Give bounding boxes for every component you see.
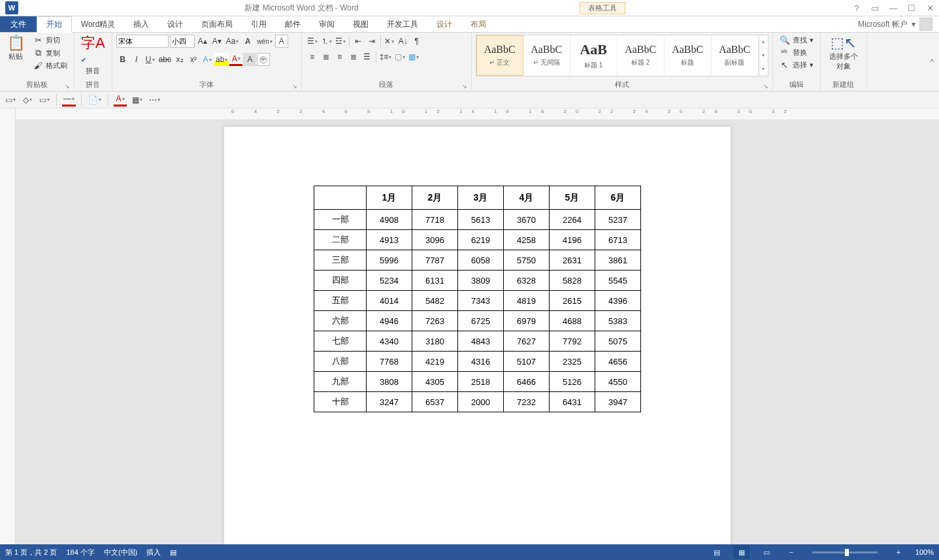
group-label-clipboard: 剪贴板 [26, 80, 48, 88]
paragraph-launcher-icon[interactable]: ↘ [462, 83, 467, 90]
align-right-button[interactable]: ≡ [333, 50, 346, 63]
gallery-down-icon[interactable]: ▾ [759, 49, 768, 63]
tab-design[interactable]: 设计 [158, 16, 192, 32]
tab-table-design[interactable]: 设计 [427, 16, 461, 32]
qat-object-button[interactable]: ▭ [38, 93, 51, 107]
shrink-font-button[interactable]: A▾ [210, 35, 223, 48]
tab-wordgenie[interactable]: Word精灵 [72, 16, 124, 32]
qat-line-color-button[interactable]: — [62, 93, 76, 107]
style-item-0[interactable]: AaBbC↵ 正文 [476, 35, 523, 76]
font-color-button[interactable]: A [229, 53, 242, 66]
account-label: Microsoft 帐户 [858, 19, 908, 30]
font-name-input[interactable] [116, 35, 169, 48]
phonetic-guide-button[interactable]: wén [255, 35, 273, 48]
group-newgroup: ⬚↖ 选择多个对象 新建组 [821, 33, 867, 91]
style-name: ↵ 无间隔 [533, 58, 560, 67]
format-painter-button[interactable]: 🖌格式刷 [30, 60, 70, 71]
replace-button[interactable]: ᵃᵇ替换 [777, 47, 816, 58]
style-preview: AaB [580, 41, 607, 58]
distribute-button[interactable]: ☰ [361, 50, 374, 63]
qat-font-color-button[interactable]: A [114, 93, 127, 107]
sort-button[interactable]: A↓ [397, 35, 410, 48]
align-left-button[interactable]: ≡ [306, 50, 319, 63]
qat-textbox-button[interactable]: ▭ [4, 93, 17, 107]
strikethrough-button[interactable]: abc [157, 53, 173, 66]
font-size-input[interactable] [170, 35, 195, 48]
qat-table-button[interactable]: ▦ [131, 93, 144, 107]
find-button[interactable]: 🔍查找 ▾ [777, 35, 816, 46]
tab-page-layout[interactable]: 页面布局 [192, 16, 242, 32]
tab-review[interactable]: 审阅 [310, 16, 344, 32]
select-multiple-objects-button[interactable]: ⬚↖ 选择多个对象 [825, 35, 863, 73]
qat-shapes-button[interactable]: ◇ [21, 93, 34, 107]
close-icon[interactable]: ✕ [921, 1, 939, 14]
bullets-button[interactable]: ☰ [306, 35, 319, 48]
styles-gallery[interactable]: AaBbC↵ 正文AaBbC↵ 无间隔AaB标题 1AaBbC标题 2AaBbC… [476, 35, 768, 76]
maximize-icon[interactable]: ☐ [902, 1, 921, 14]
justify-button[interactable]: ≣ [347, 50, 360, 63]
italic-button[interactable]: I [130, 53, 143, 66]
asian-layout-button[interactable]: ✕ [383, 35, 396, 48]
tab-references[interactable]: 引用 [242, 16, 276, 32]
line-spacing-button[interactable]: ‡≡ [378, 50, 393, 63]
underline-button[interactable]: U [144, 53, 157, 66]
numbering-button[interactable]: ⒈ [320, 35, 333, 48]
tab-home[interactable]: 开始 [37, 16, 72, 33]
show-hide-button[interactable]: ¶ [410, 35, 423, 48]
help-icon[interactable]: ? [848, 1, 866, 14]
qat-more-button[interactable]: ⋯ [148, 93, 161, 107]
decrease-indent-button[interactable]: ⇤ [352, 35, 365, 48]
style-preview: AaBbC [625, 44, 656, 56]
select-button[interactable]: ↖选择 ▾ [777, 59, 816, 71]
qat-page-button[interactable]: 📄 [87, 93, 103, 107]
account-menu[interactable]: Microsoft 帐户 ▾ [858, 16, 932, 32]
increase-indent-button[interactable]: ⇥ [365, 35, 378, 48]
style-item-4[interactable]: AaBbC标题 [665, 35, 712, 76]
style-item-3[interactable]: AaBbC标题 2 [618, 35, 665, 76]
tab-developer[interactable]: 开发工具 [378, 16, 427, 32]
font-launcher-icon[interactable]: ↘ [292, 83, 297, 90]
multilevel-list-button[interactable]: ☲ [334, 35, 347, 48]
style-item-1[interactable]: AaBbC↵ 无间隔 [523, 35, 570, 76]
group-label-styles: 样式 [615, 80, 629, 88]
style-item-2[interactable]: AaB标题 1 [570, 35, 618, 76]
copy-button[interactable]: ⧉复制 [30, 47, 70, 59]
paste-button[interactable]: 📋 粘贴 [4, 35, 27, 63]
gallery-up-icon[interactable]: ▴ [759, 35, 768, 49]
subscript-button[interactable]: x₂ [173, 53, 186, 66]
clear-formatting-button[interactable]: A̷ [241, 35, 254, 48]
clipboard-launcher-icon[interactable]: ↘ [65, 83, 70, 90]
shading-button[interactable]: ▢ [393, 50, 406, 63]
align-center-button[interactable]: ≣ [320, 50, 333, 63]
character-shading-button[interactable]: A [243, 53, 256, 66]
superscript-button[interactable]: x² [187, 53, 200, 66]
gallery-more-icon[interactable]: ▾ [759, 62, 768, 76]
replace-icon: ᵃᵇ [780, 48, 790, 58]
change-case-button[interactable]: Aa [225, 35, 240, 48]
bold-button[interactable]: B [116, 53, 129, 66]
group-label-pinyin: 拼音 [78, 78, 108, 91]
style-preview: AaBbC [531, 44, 562, 56]
tab-view[interactable]: 视图 [344, 16, 378, 32]
collapse-ribbon-icon[interactable]: ^ [930, 57, 934, 67]
minimize-icon[interactable]: — [884, 1, 902, 14]
ribbon: 📋 粘贴 ✂剪切 ⧉复制 🖌格式刷 剪贴板↘ 字A✔ 拼音 拼音 A [0, 33, 939, 91]
window-title: 新建 Microsoft Word 文档 - Word [24, 3, 580, 14]
ribbon-display-icon[interactable]: ▭ [866, 1, 884, 14]
tab-mailings[interactable]: 邮件 [276, 16, 310, 32]
gallery-scroll[interactable]: ▴▾▾ [759, 35, 768, 76]
pinyin-button[interactable]: 字A✔ 拼音 [78, 35, 108, 77]
tab-table-layout[interactable]: 布局 [461, 16, 495, 32]
tab-file[interactable]: 文件 [0, 16, 37, 32]
enclose-characters-button[interactable]: ㊥ [257, 53, 270, 66]
cut-button[interactable]: ✂剪切 [30, 35, 70, 46]
style-item-5[interactable]: AaBbC副标题 [712, 35, 759, 76]
grow-font-button[interactable]: A▴ [196, 35, 209, 48]
character-border-button[interactable]: A [275, 35, 288, 48]
styles-launcher-icon[interactable]: ↘ [763, 83, 768, 90]
style-name: 副标题 [725, 58, 744, 67]
tab-insert[interactable]: 插入 [124, 16, 158, 32]
highlight-button[interactable]: ab [214, 53, 229, 66]
text-effects-button[interactable]: A [201, 53, 214, 66]
borders-button[interactable]: ▦ [407, 50, 420, 63]
